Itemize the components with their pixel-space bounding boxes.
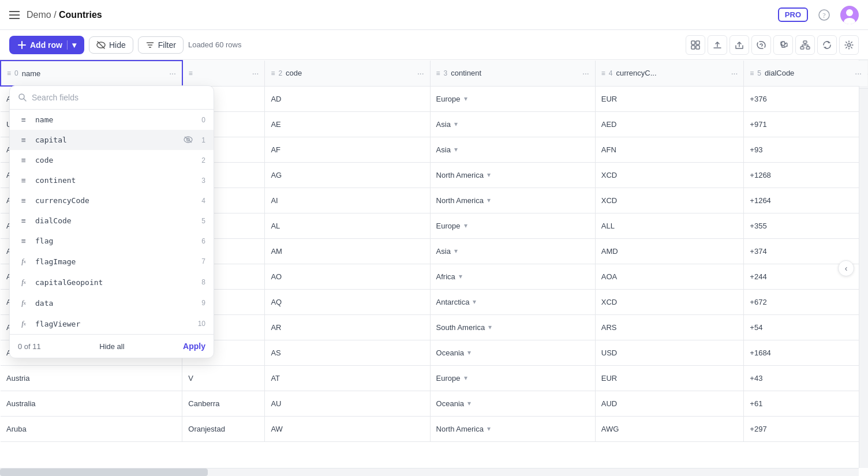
hierarchy-icon[interactable]: [795, 35, 815, 55]
continent-chevron-9[interactable]: ▾: [488, 323, 492, 331]
col-more-currency[interactable]: ···: [731, 69, 738, 78]
field-item-flagViewer[interactable]: fx flagViewer 10: [10, 313, 214, 334]
cell-continent-13: North America ▾: [430, 416, 595, 441]
col-more-dial[interactable]: ···: [855, 69, 862, 78]
cell-currency-5: ALL: [595, 213, 744, 238]
field-item-continent[interactable]: ≡ continent 3: [10, 170, 214, 190]
col-icon-continent: ≡: [436, 69, 440, 77]
eye-icon-capital[interactable]: [184, 136, 193, 145]
pro-badge[interactable]: PRO: [778, 8, 808, 22]
avatar[interactable]: [840, 6, 859, 24]
table-row: Aruba Oranjestad AW North America ▾ AWG …: [1, 416, 868, 441]
field-name-data: data: [35, 299, 196, 308]
horizontal-scroll-thumb[interactable]: [0, 468, 208, 476]
export-icon[interactable]: [708, 35, 727, 55]
col-header-currency[interactable]: ≡ 4 currencyC... ···: [595, 61, 744, 86]
field-num-currencyCode: 4: [201, 197, 205, 205]
field-icon-capital: ≡: [18, 136, 29, 144]
field-item-name[interactable]: ≡ name 0: [10, 110, 214, 130]
field-num-capitalGeopoint: 8: [201, 278, 205, 286]
app-header: Demo / Countries PRO ?: [0, 0, 868, 30]
continent-chevron-8[interactable]: ▾: [473, 298, 476, 306]
cell-col1-11: V: [182, 365, 265, 391]
add-row-dropdown-arrow[interactable]: ▾: [67, 40, 76, 50]
col-icon-name: ≡: [7, 69, 11, 77]
cell-currency-12: AUD: [595, 391, 744, 416]
cell-continent-9: South America ▾: [430, 314, 595, 340]
col-more-name[interactable]: ···: [169, 69, 176, 78]
field-num-flagImage: 7: [201, 257, 205, 265]
search-input[interactable]: [32, 93, 205, 102]
cell-code-9: AR: [265, 314, 430, 340]
apply-button[interactable]: Apply: [183, 342, 205, 351]
webhook-icon[interactable]: [751, 35, 771, 55]
continent-chevron-10[interactable]: ▾: [467, 348, 471, 357]
field-icon-currencyCode: ≡: [18, 196, 29, 205]
cell-code-10: AS: [265, 340, 430, 365]
toolbar-icons: [686, 35, 859, 55]
col-header-dial[interactable]: ≡ 5 dialCode ···: [744, 61, 868, 86]
col-header-code[interactable]: ≡ 2 code ···: [265, 61, 430, 86]
table-view-icon[interactable]: [686, 35, 705, 55]
continent-chevron-11[interactable]: ▾: [464, 374, 467, 382]
col-more-1[interactable]: ···: [252, 69, 259, 78]
field-item-currencyCode[interactable]: ≡ currencyCode 4: [10, 190, 214, 211]
col-num-currency: 4: [609, 69, 613, 77]
cell-continent-0: Europe ▾: [430, 86, 595, 111]
field-num-data: 9: [201, 299, 205, 307]
continent-chevron-0[interactable]: ▾: [464, 95, 467, 103]
field-name-code: code: [35, 156, 196, 164]
continent-chevron-12[interactable]: ▾: [467, 399, 471, 407]
continent-chevron-13[interactable]: ▾: [487, 425, 491, 433]
field-item-code[interactable]: ≡ code 2: [10, 150, 214, 170]
field-num-flag: 6: [201, 237, 205, 245]
refresh-icon[interactable]: [817, 35, 837, 55]
hide-button[interactable]: Hide: [89, 36, 133, 54]
settings-icon[interactable]: [839, 35, 859, 55]
continent-chevron-2[interactable]: ▾: [454, 145, 458, 153]
field-item-flag[interactable]: ≡ flag 6: [10, 231, 214, 251]
field-item-flagImage[interactable]: fx flagImage 7: [10, 251, 214, 272]
col-name-currency: currencyC...: [616, 69, 656, 77]
col-header-1[interactable]: ≡ ···: [182, 61, 265, 86]
cell-code-2: AF: [265, 137, 430, 162]
svg-line-21: [24, 99, 26, 101]
continent-chevron-6[interactable]: ▾: [454, 247, 458, 255]
cell-dial-2: +93: [744, 137, 868, 162]
col-header-name[interactable]: ≡ 0 name ···: [1, 61, 182, 86]
add-row-button[interactable]: Add row ▾: [9, 36, 84, 54]
field-item-dialCode[interactable]: ≡ dialCode 5: [10, 211, 214, 231]
continent-chevron-7[interactable]: ▾: [459, 272, 462, 280]
share-icon[interactable]: [729, 35, 749, 55]
hide-all-button[interactable]: Hide all: [99, 342, 124, 351]
vertical-scrollbar[interactable]: ▲ ▼: [859, 60, 868, 468]
cell-code-6: AM: [265, 238, 430, 264]
menu-icon[interactable]: [9, 11, 20, 19]
cell-dial-9: +54: [744, 314, 868, 340]
field-name-capitalGeopoint: capitalGeopoint: [35, 278, 196, 287]
puzzle-icon[interactable]: [773, 35, 793, 55]
filter-button[interactable]: Filter: [138, 36, 184, 54]
col-header-continent[interactable]: ≡ 3 continent ···: [430, 61, 595, 86]
breadcrumb-sep: /: [54, 10, 59, 20]
collapse-button[interactable]: ‹: [838, 260, 854, 276]
field-item-capital[interactable]: ≡ capital 1: [10, 130, 214, 150]
cell-continent-12: Oceania ▾: [430, 391, 595, 416]
field-item-capitalGeopoint[interactable]: fx capitalGeopoint 8: [10, 272, 214, 293]
col-more-continent[interactable]: ···: [582, 69, 589, 78]
continent-chevron-3[interactable]: ▾: [487, 171, 491, 179]
cell-continent-8: Antarctica ▾: [430, 289, 595, 314]
horizontal-scrollbar[interactable]: [0, 468, 859, 476]
field-item-data[interactable]: fx data 9: [10, 293, 214, 313]
search-icon: [18, 93, 27, 102]
help-icon[interactable]: ?: [815, 6, 833, 24]
cell-col1-13: Oranjestad: [182, 416, 265, 441]
col-more-code[interactable]: ···: [417, 69, 424, 78]
field-icon-capitalGeopoint: fx: [18, 278, 29, 287]
col-num-name: 0: [14, 69, 18, 77]
cell-col1-12: Canberra: [182, 391, 265, 416]
continent-chevron-5[interactable]: ▾: [464, 222, 467, 230]
continent-chevron-4[interactable]: ▾: [487, 196, 491, 204]
continent-chevron-1[interactable]: ▾: [454, 120, 458, 128]
field-icon-dialCode: ≡: [18, 216, 29, 225]
